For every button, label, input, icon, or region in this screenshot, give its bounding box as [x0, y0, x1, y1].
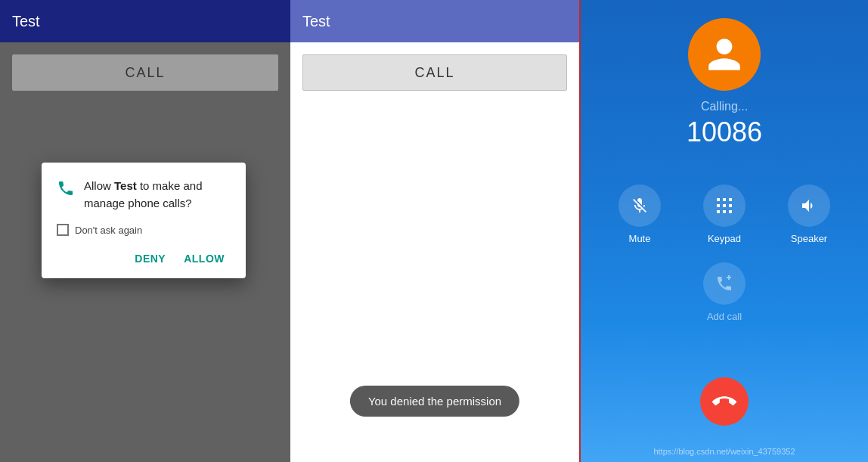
controls-row: Mute Keypad Speaker — [618, 184, 830, 244]
mute-button[interactable] — [618, 184, 661, 227]
person-icon — [705, 35, 744, 74]
mute-icon — [631, 197, 649, 215]
permission-dialog: Allow Test to make and manage phone call… — [42, 163, 246, 278]
toast-message: You denied the permission — [350, 386, 519, 417]
add-call-button[interactable] — [703, 262, 746, 305]
checkbox-row: Don't ask again — [57, 224, 231, 236]
dialog-header: Allow Test to make and manage phone call… — [57, 178, 231, 212]
speaker-button[interactable] — [788, 184, 830, 227]
end-call-button[interactable] — [700, 377, 749, 426]
phone-icon — [57, 179, 75, 197]
dialog-text: Allow Test to make and manage phone call… — [84, 178, 231, 212]
left-title: Test — [12, 13, 40, 30]
dialog-bold: Test — [114, 179, 137, 192]
panel-middle: Test CALL You denied the permission — [290, 0, 581, 462]
add-call-row: Add call — [703, 262, 746, 322]
left-title-bar: Test — [0, 0, 290, 42]
add-call-label: Add call — [707, 311, 742, 322]
left-call-button[interactable]: CALL — [12, 54, 278, 91]
mute-label: Mute — [629, 233, 651, 244]
keypad-control: Keypad — [703, 184, 746, 244]
keypad-button[interactable] — [703, 184, 746, 227]
calling-text: Calling... — [701, 100, 748, 113]
panel-right: Calling... 10086 Mute Keypad — [581, 0, 868, 462]
speaker-icon — [800, 197, 818, 215]
speaker-control: Speaker — [788, 184, 830, 244]
middle-call-button[interactable]: CALL — [302, 54, 567, 91]
keypad-icon — [715, 197, 733, 215]
mute-control: Mute — [618, 184, 661, 244]
keypad-label: Keypad — [708, 233, 741, 244]
dialog-buttons: DENY ALLOW — [57, 248, 231, 269]
deny-button[interactable]: DENY — [129, 248, 172, 269]
calling-number: 10086 — [687, 116, 762, 148]
end-call-icon — [712, 389, 736, 414]
add-call-icon — [715, 274, 733, 293]
avatar — [688, 18, 761, 91]
middle-title-bar: Test — [290, 0, 579, 42]
panel-left: Test CALL Allow Test to make and manage … — [0, 0, 290, 462]
checkbox-label: Don't ask again — [75, 225, 142, 236]
dont-ask-again-checkbox[interactable] — [57, 224, 69, 236]
watermark: https://blog.csdn.net/weixin_43759352 — [581, 447, 868, 456]
allow-button[interactable]: ALLOW — [178, 248, 231, 269]
speaker-label: Speaker — [791, 233, 827, 244]
middle-title: Test — [302, 13, 330, 30]
